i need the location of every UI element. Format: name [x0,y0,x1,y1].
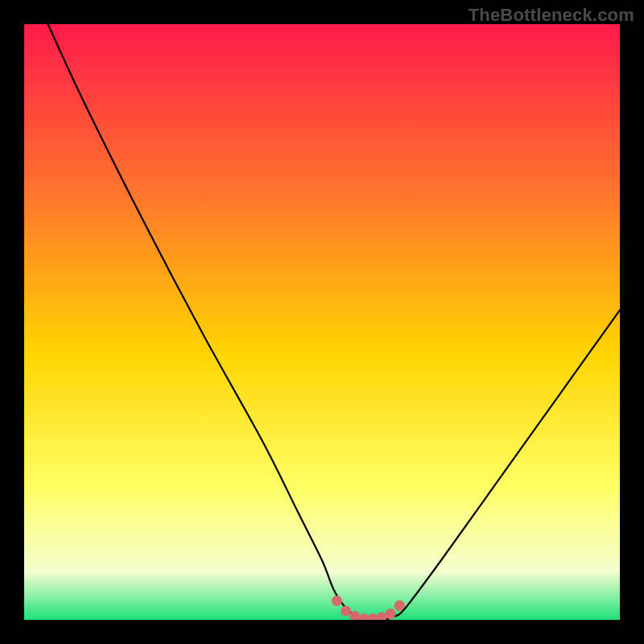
chart-svg [24,24,620,620]
optimal-marker [341,605,351,616]
gradient-background [24,24,620,620]
optimal-marker [386,609,396,619]
optimal-marker [332,596,342,606]
chart-frame: TheBottleneck.com [0,0,644,644]
optimal-marker [394,601,405,611]
plot-area [24,24,620,620]
watermark-label: TheBottleneck.com [469,5,634,26]
